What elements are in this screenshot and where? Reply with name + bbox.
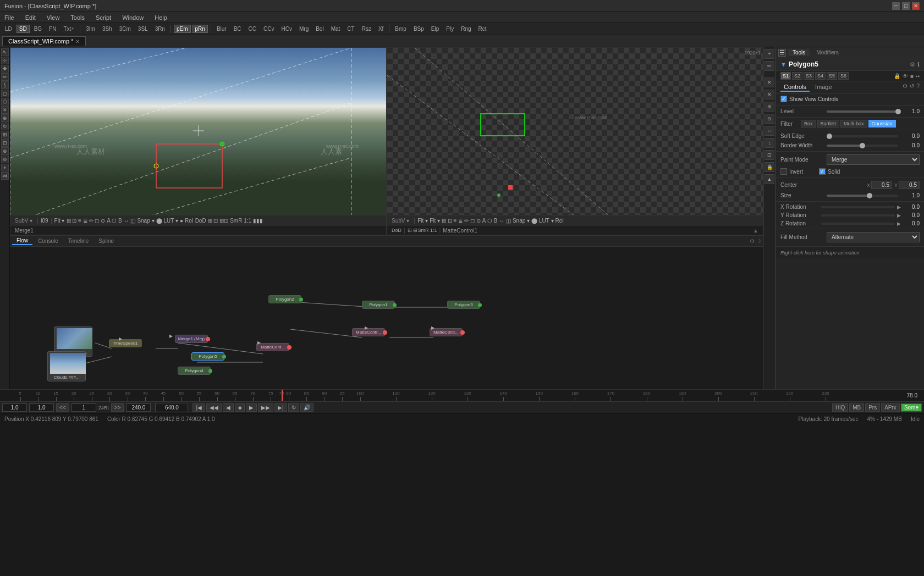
filter-bartlett[interactable]: Bartlett [817, 120, 840, 128]
size-slider[interactable] [827, 195, 898, 197]
slot-s1[interactable]: S1 [780, 72, 791, 80]
vr-zoom2[interactable]: ⊖ [765, 114, 774, 124]
tool-select[interactable]: ⊹ [1, 57, 9, 64]
node-timespeed[interactable]: TimeSpeed1 [109, 339, 142, 347]
filter-gaussian[interactable]: Gaussian [868, 120, 896, 128]
loop-button[interactable]: ↻ [288, 403, 299, 412]
prs-button[interactable]: Prs [865, 403, 880, 412]
tab-classscript[interactable]: ClassScript_WIP.comp * ✕ [2, 36, 86, 46]
tool-hcv[interactable]: HCv [279, 25, 295, 33]
filter-multibox[interactable]: Multi-box [840, 120, 867, 128]
play-back[interactable]: ◀ [223, 403, 234, 412]
menu-window[interactable]: Window [120, 13, 146, 22]
node-polygon3[interactable]: Polygon3 [447, 301, 480, 309]
icon-help[interactable]: ? [916, 83, 920, 92]
paint-mode-dropdown[interactable]: Merge Add Subtract [827, 154, 920, 165]
prev-markers-button[interactable]: << [56, 403, 69, 412]
center-x-input[interactable] [871, 181, 892, 189]
icon-eye[interactable]: 👁 [903, 73, 908, 79]
slot-s2[interactable]: S2 [792, 72, 802, 80]
tool-ld[interactable]: LD [2, 25, 15, 33]
tool-draw[interactable]: ✏ [1, 73, 9, 81]
tool-bmp[interactable]: Bmp [392, 25, 409, 33]
menu-help[interactable]: Help [152, 13, 169, 22]
end-frame-field[interactable] [126, 403, 151, 412]
tool-fn[interactable]: FN [46, 25, 59, 33]
menu-tools[interactable]: Tools [68, 13, 87, 22]
x-rotation-slider[interactable] [821, 206, 895, 208]
polygon-expand-icon[interactable]: ▼ [780, 61, 787, 68]
tool-extra3[interactable]: ⊗ [1, 147, 9, 155]
tool-bc[interactable]: BC [231, 25, 244, 33]
node-polygon2[interactable]: Polygon2 [268, 295, 301, 303]
z-rotation-slider[interactable] [821, 223, 895, 225]
viewer-left-fit[interactable]: Fit ▾ [54, 218, 65, 224]
current-frame-display[interactable]: 640.0 [155, 403, 188, 412]
menu-view[interactable]: View [45, 13, 62, 22]
tool-mat[interactable]: Mat [328, 25, 343, 33]
icon-more[interactable]: ▪▪ [916, 73, 920, 79]
tool-blur[interactable]: Blur [214, 25, 229, 33]
maximize-button[interactable]: □ [902, 2, 910, 10]
soft-edge-slider[interactable] [827, 135, 898, 137]
ctrl-tab-image[interactable]: Image [812, 83, 835, 92]
viewer-right-fit2[interactable]: Fit ▾ [430, 218, 440, 224]
flow-settings[interactable]: ⚙ ☽ [750, 238, 761, 244]
some-button[interactable]: Some [901, 403, 922, 412]
tool-extra4[interactable]: ⊘ [1, 156, 9, 163]
tool-3rn[interactable]: 3Rn [152, 25, 168, 33]
node-polygon5[interactable]: Polygon5 [191, 352, 224, 361]
x-rotation-play[interactable]: ▶ [897, 204, 901, 210]
tool-pem[interactable]: pEm [174, 25, 191, 33]
viewer-left-subv[interactable]: SubV ▾ [13, 217, 35, 225]
tool-extra2[interactable]: ⊡ [1, 139, 9, 147]
tool-pointer[interactable]: ↖ [1, 48, 9, 56]
audio-button[interactable]: 🔊 [300, 403, 314, 412]
tab-close-button[interactable]: ✕ [75, 38, 80, 45]
viewer-right-fit1[interactable]: Fit ▾ [417, 218, 428, 224]
ctrl-tab-controls[interactable]: Controls [780, 83, 810, 92]
icon-lock[interactable]: 🔒 [894, 73, 900, 79]
vr-h[interactable]: ↔ [765, 126, 774, 136]
flow-tab-flow[interactable]: Flow [12, 237, 32, 245]
minimize-button[interactable]: ─ [892, 2, 900, 10]
tool-bol[interactable]: Bol [313, 25, 326, 33]
next-markers-button[interactable]: >> [111, 403, 124, 412]
tool-rotate[interactable]: ↻ [1, 123, 9, 130]
tool-bsp[interactable]: BSp [411, 25, 427, 33]
icon-settings[interactable]: ⚙ [910, 61, 915, 68]
slot-s4[interactable]: S4 [815, 72, 826, 80]
start-frame[interactable] [2, 403, 27, 412]
y-rotation-slider[interactable] [821, 214, 895, 217]
viewer-right-scroll[interactable]: ▲ [753, 228, 758, 234]
viewer-left-dod[interactable]: DoD [195, 218, 206, 224]
tool-txt[interactable]: Txt+ [61, 25, 78, 33]
flow-tab-spline[interactable]: Spline [94, 237, 118, 245]
show-view-controls-checkbox[interactable]: ✓ [780, 96, 787, 102]
go-to-end[interactable]: ▶| [274, 403, 287, 412]
tool-x[interactable]: ✕ [1, 106, 9, 114]
tool-extra5[interactable]: ⌖ [1, 164, 9, 171]
tool-3im[interactable]: 3Im [83, 25, 98, 33]
slot-s3[interactable]: S3 [804, 72, 814, 80]
node-polygon4[interactable]: Polygon4 [178, 367, 211, 375]
vr-x1[interactable]: ✕ [765, 77, 774, 87]
panel-tab-modifiers[interactable]: Modifiers [812, 49, 843, 56]
vr-add[interactable]: + [765, 49, 774, 59]
tool-3cm[interactable]: 3Cm [117, 25, 134, 33]
node-mattecontr2[interactable]: MatteContr... [352, 328, 385, 336]
mb-button[interactable]: MB [849, 403, 864, 412]
current-frame-field[interactable] [72, 403, 96, 412]
hiq-button[interactable]: HiQ [832, 403, 848, 412]
border-width-slider[interactable] [827, 145, 898, 147]
node-clouds[interactable]: Clouds.###... [47, 351, 86, 381]
vr-v[interactable]: ↕ [765, 138, 774, 148]
viewer-right-subv[interactable]: SubV ▾ [389, 217, 411, 225]
tool-poly[interactable]: ⬡ [1, 98, 9, 106]
tool-mrg[interactable]: Mrg [296, 25, 311, 33]
tool-3sh[interactable]: 3Sh [100, 25, 115, 33]
tool-xf[interactable]: Xf [376, 25, 386, 33]
stop-button[interactable]: ■ [235, 403, 245, 412]
tool-rng[interactable]: Rng [458, 25, 474, 33]
menu-script[interactable]: Script [94, 13, 113, 22]
